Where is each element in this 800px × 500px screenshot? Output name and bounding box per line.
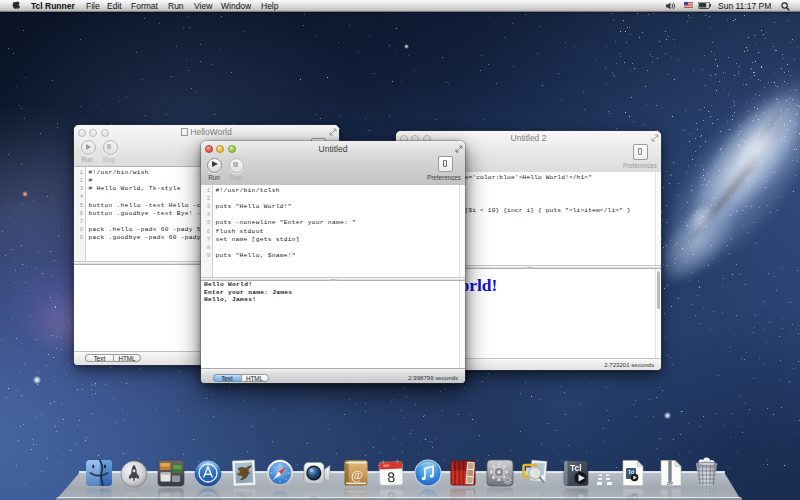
svg-text:@: @ (351, 467, 363, 482)
svg-text:ZIP: ZIP (667, 481, 674, 486)
svg-text:SEP: SEP (383, 464, 390, 468)
svg-text:8: 8 (387, 469, 396, 485)
